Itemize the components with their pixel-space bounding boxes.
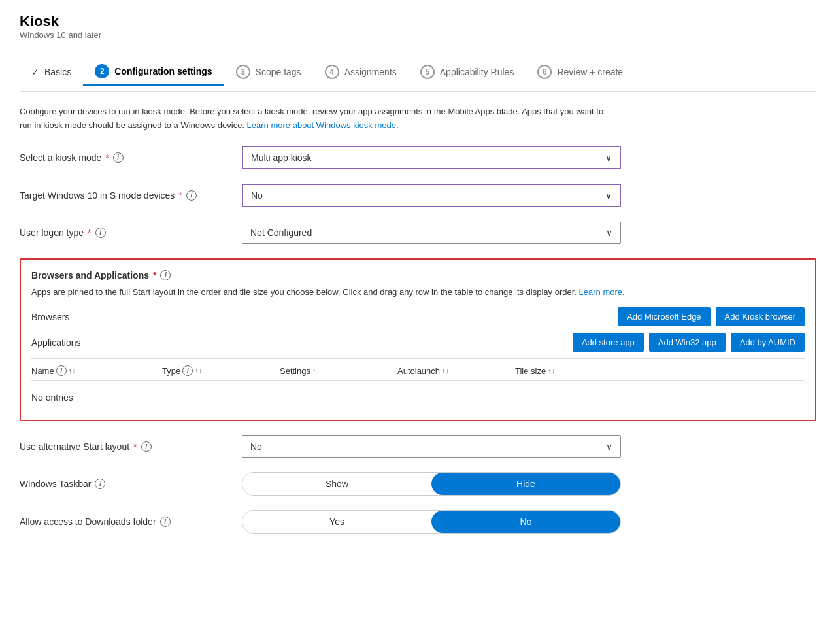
user-logon-row: User logon type * i Not Configured ∨ — [20, 222, 816, 244]
windows-taskbar-row: Windows Taskbar i Show Hide — [20, 472, 816, 496]
col-settings-sort-icon[interactable]: ↑↓ — [312, 367, 320, 375]
step-assignments-num: 4 — [325, 65, 339, 79]
target-windows-chevron-icon: ∨ — [605, 190, 612, 201]
alt-start-info-icon[interactable]: i — [141, 441, 152, 452]
applications-row: Applications Add store app Add Win32 app… — [31, 333, 805, 352]
taskbar-show-option[interactable]: Show — [242, 473, 431, 495]
add-microsoft-edge-button[interactable]: Add Microsoft Edge — [618, 307, 710, 326]
downloads-no-option[interactable]: No — [431, 511, 620, 533]
kiosk-mode-select[interactable]: Multi app kiosk ∨ — [242, 146, 621, 169]
table-header: Name i ↑↓ Type i ↑↓ Settings ↑↓ Autolaun… — [31, 358, 805, 380]
browsers-section-title: Browsers and Applications * i — [31, 270, 805, 280]
browsers-label: Browsers — [31, 312, 162, 322]
col-autolaunch-sort-icon[interactable]: ↑↓ — [442, 367, 449, 375]
col-type-info-icon[interactable]: i — [182, 365, 193, 376]
kiosk-mode-chevron-icon: ∨ — [605, 152, 612, 163]
allow-downloads-row: Allow access to Downloads folder i Yes N… — [20, 510, 816, 534]
step-applicability-label: Applicability Rules — [440, 67, 514, 77]
step-review-label: Review + create — [557, 67, 623, 77]
alt-start-layout-label: Use alternative Start layout * i — [20, 441, 229, 452]
col-tilesize-sort-icon[interactable]: ↑↓ — [548, 367, 555, 375]
kiosk-mode-info-icon[interactable]: i — [113, 152, 124, 163]
table-col-autolaunch[interactable]: Autolaunch ↑↓ — [397, 366, 515, 376]
user-logon-value: Not Configured — [250, 228, 312, 238]
alt-start-required: * — [133, 441, 137, 452]
step-configuration-num: 2 — [95, 64, 109, 78]
alt-start-layout-select[interactable]: No ∨ — [242, 435, 621, 458]
add-win32-app-button[interactable]: Add Win32 app — [649, 333, 726, 352]
allow-downloads-toggle[interactable]: Yes No — [242, 510, 621, 534]
target-windows-row: Target Windows 10 in S mode devices * i … — [20, 184, 816, 207]
user-logon-label: User logon type * i — [20, 228, 229, 238]
step-configuration[interactable]: 2 Configuration settings — [83, 59, 224, 86]
target-windows-value: No — [251, 190, 263, 201]
browsers-learn-more-link[interactable]: Learn more — [579, 287, 622, 297]
step-basics[interactable]: ✓ Basics — [20, 61, 83, 82]
target-windows-label: Target Windows 10 in S mode devices * i — [20, 190, 229, 201]
col-name-info-icon[interactable]: i — [56, 365, 67, 376]
target-windows-required: * — [178, 190, 182, 201]
step-applicability-num: 5 — [420, 65, 435, 79]
allow-downloads-label: Allow access to Downloads folder i — [20, 517, 229, 527]
taskbar-info-icon[interactable]: i — [95, 479, 105, 489]
step-review[interactable]: 6 Review + create — [526, 59, 635, 84]
browsers-required: * — [153, 270, 156, 280]
windows-taskbar-label: Windows Taskbar i — [20, 479, 229, 489]
user-logon-chevron-icon: ∨ — [606, 228, 612, 238]
alt-start-value: No — [250, 441, 262, 452]
add-kiosk-browser-button[interactable]: Add Kiosk browser — [716, 307, 805, 326]
wizard-steps: ✓ Basics 2 Configuration settings 3 Scop… — [20, 59, 816, 92]
step-basics-label: Basics — [44, 67, 71, 77]
table-col-settings[interactable]: Settings ↑↓ — [280, 366, 397, 376]
page-title: Kiosk Windows 10 and later — [20, 13, 816, 40]
col-name-sort-icon[interactable]: ↑↓ — [69, 367, 76, 375]
table-col-name[interactable]: Name i ↑↓ — [31, 365, 162, 376]
description-text: Configure your devices to run in kiosk m… — [20, 105, 608, 133]
step-configuration-label: Configuration settings — [114, 66, 212, 76]
applications-label: Applications — [31, 337, 162, 348]
target-windows-info-icon[interactable]: i — [186, 190, 197, 201]
add-by-aumid-button[interactable]: Add by AUMID — [731, 333, 805, 352]
user-logon-info-icon[interactable]: i — [95, 228, 106, 238]
browsers-row: Browsers Add Microsoft Edge Add Kiosk br… — [31, 307, 805, 326]
alt-start-chevron-icon: ∨ — [606, 441, 612, 452]
browsers-section-desc: Apps are pinned to the full Start layout… — [31, 286, 805, 299]
kiosk-mode-required: * — [105, 152, 109, 163]
step-assignments[interactable]: 4 Assignments — [313, 59, 409, 84]
windows-taskbar-toggle[interactable]: Show Hide — [242, 472, 621, 496]
step-scope[interactable]: 3 Scope tags — [224, 59, 313, 84]
learn-more-kiosk-link[interactable]: Learn more about Windows kiosk mode — [247, 120, 396, 130]
browsers-info-icon[interactable]: i — [160, 270, 171, 280]
table-col-tilesize[interactable]: Tile size ↑↓ — [515, 366, 620, 376]
kiosk-mode-row: Select a kiosk mode * i Multi app kiosk … — [20, 146, 816, 169]
step-scope-label: Scope tags — [256, 67, 301, 77]
alt-start-layout-row: Use alternative Start layout * i No ∨ — [20, 435, 816, 458]
browsers-applications-section: Browsers and Applications * i Apps are p… — [20, 258, 816, 422]
downloads-info-icon[interactable]: i — [160, 517, 171, 527]
kiosk-mode-label: Select a kiosk mode * i — [20, 152, 229, 163]
step-review-num: 6 — [537, 65, 552, 79]
table-col-type[interactable]: Type i ↑↓ — [162, 365, 280, 376]
user-logon-required: * — [88, 228, 91, 238]
kiosk-mode-value: Multi app kiosk — [251, 152, 312, 163]
taskbar-hide-option[interactable]: Hide — [431, 473, 620, 495]
step-applicability[interactable]: 5 Applicability Rules — [409, 59, 526, 84]
user-logon-select[interactable]: Not Configured ∨ — [242, 222, 621, 244]
table-empty-message: No entries — [31, 386, 805, 409]
col-type-sort-icon[interactable]: ↑↓ — [195, 367, 202, 375]
add-store-app-button[interactable]: Add store app — [573, 333, 644, 352]
step-assignments-label: Assignments — [344, 67, 397, 77]
target-windows-select[interactable]: No ∨ — [242, 184, 621, 207]
downloads-yes-option[interactable]: Yes — [242, 511, 431, 533]
step-scope-num: 3 — [236, 65, 250, 79]
